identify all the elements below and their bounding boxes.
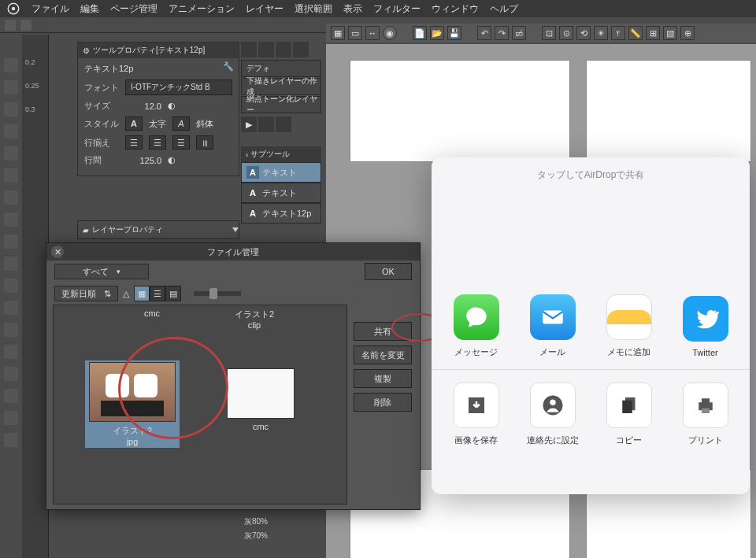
share-app-mail[interactable]: メール xyxy=(521,294,584,358)
open-icon[interactable]: 📂 xyxy=(430,26,444,40)
align-right-icon[interactable]: ☰ xyxy=(172,135,190,150)
zoom-fit-icon[interactable]: ⊡ xyxy=(542,26,556,40)
file-thumb[interactable]: イラスト2 clip xyxy=(227,305,282,330)
menu-filter[interactable]: フィルター xyxy=(373,2,421,16)
chevron-down-icon[interactable] xyxy=(232,227,239,232)
sym-icon[interactable]: ⊕ xyxy=(680,26,695,40)
tool-zoom-icon[interactable] xyxy=(4,102,18,116)
clear-icon[interactable]: ▭̸ xyxy=(512,26,526,40)
action-save-image[interactable]: 画像を保存 xyxy=(445,382,508,446)
menu-layer[interactable]: レイヤー xyxy=(246,2,284,16)
canvas-page[interactable] xyxy=(586,60,751,162)
zoom-slider[interactable] xyxy=(194,291,241,296)
italic-button[interactable]: A xyxy=(172,116,190,131)
delete-button[interactable]: 削除 xyxy=(354,393,412,412)
close-button[interactable]: ✕ xyxy=(51,246,64,258)
strip-btn[interactable] xyxy=(20,20,32,31)
airdrop-section[interactable]: タップしてAirDropで共有 xyxy=(432,157,750,283)
align-dist-icon[interactable]: ⫼ xyxy=(196,135,213,150)
save-icon[interactable]: 💾 xyxy=(447,26,461,40)
grid-icon[interactable]: ▦ xyxy=(331,26,345,40)
subtool-item[interactable]: Aテキスト xyxy=(241,162,321,183)
align-left-icon[interactable]: ☰ xyxy=(125,135,143,150)
tool-frame-icon[interactable] xyxy=(4,389,18,403)
menu-anim[interactable]: アニメーション xyxy=(169,2,235,16)
rec-icon[interactable] xyxy=(276,116,291,132)
sort-dir-icon[interactable]: △ xyxy=(123,289,129,299)
tool-blend-icon[interactable] xyxy=(4,323,18,337)
duplicate-button[interactable]: 複製 xyxy=(354,369,412,388)
menu-select[interactable]: 選択範囲 xyxy=(295,2,332,16)
align-center-icon[interactable]: ☰ xyxy=(149,135,166,150)
tool-eraser-icon[interactable] xyxy=(4,190,18,205)
menu-page[interactable]: ページ管理 xyxy=(110,2,158,16)
strip-btn[interactable] xyxy=(5,20,16,31)
tool-line-icon[interactable] xyxy=(4,367,18,381)
tone-item[interactable]: 灰70% xyxy=(241,529,320,543)
tool-text-icon[interactable] xyxy=(4,257,18,271)
bold-button[interactable]: A xyxy=(125,116,143,131)
action-item[interactable]: 下描きレイヤーの作成 xyxy=(241,78,321,95)
subtool-item[interactable]: Aテキスト12p xyxy=(241,203,321,224)
share-button[interactable]: 共有 xyxy=(354,322,412,341)
tool-ruler-icon[interactable] xyxy=(4,433,18,447)
tool-select-icon[interactable] xyxy=(4,124,18,139)
ruler-icon[interactable]: 📏 xyxy=(628,26,643,40)
play-icon[interactable]: ▶ xyxy=(241,116,257,132)
zoom-reset-icon[interactable]: ⊙ xyxy=(559,26,573,40)
tool-fill-icon[interactable] xyxy=(4,212,18,227)
share-app-twitter[interactable]: Twitter xyxy=(674,296,737,357)
single-icon[interactable]: ▭ xyxy=(348,26,362,40)
menu-view[interactable]: 表示 xyxy=(343,2,362,16)
action-copy[interactable]: コピー xyxy=(598,382,661,446)
subtool-item[interactable]: Aテキスト xyxy=(241,183,321,203)
action-print[interactable]: プリント xyxy=(674,382,737,446)
linegap-value[interactable]: 125.0 xyxy=(125,156,161,165)
share-app-messages[interactable]: メッセージ xyxy=(445,294,508,358)
size-value[interactable]: 12.0 xyxy=(125,102,161,111)
panel-tab-icon[interactable] xyxy=(258,42,274,57)
undo-icon[interactable]: ↶ xyxy=(477,26,491,40)
canvas-page[interactable] xyxy=(350,60,570,162)
tool-shape-icon[interactable] xyxy=(4,279,18,293)
menu-edit[interactable]: 編集 xyxy=(80,2,99,16)
file-thumb[interactable]: cmc xyxy=(124,305,180,318)
action-item[interactable]: 網点トーン化レイヤー xyxy=(241,96,321,113)
rotate-icon[interactable]: ⟲ xyxy=(576,26,591,40)
tone-item[interactable]: 灰80% xyxy=(241,515,320,529)
menu-help[interactable]: ヘルプ xyxy=(490,2,518,16)
new-icon[interactable]: 📄 xyxy=(413,26,427,40)
tool-move-icon[interactable] xyxy=(4,58,18,72)
snap-icon[interactable]: ⫯ xyxy=(611,26,625,40)
action-item[interactable]: デフォ xyxy=(241,60,321,77)
menu-file[interactable]: ファイル xyxy=(32,2,69,16)
flip-icon[interactable]: ↔ xyxy=(365,26,380,40)
rename-button[interactable]: 名前を変更 xyxy=(354,346,412,364)
tool-gradient-icon[interactable] xyxy=(4,235,18,249)
persp-icon[interactable]: ▧ xyxy=(663,26,677,40)
detail-view-icon[interactable]: ▤ xyxy=(165,286,181,301)
action-assign-contact[interactable]: 連絡先に設定 xyxy=(521,382,584,446)
file-thumb-selected[interactable]: イラスト2 jpg xyxy=(85,360,180,448)
panel-tab-icon[interactable] xyxy=(276,42,291,57)
list-view-icon[interactable]: ☰ xyxy=(150,286,165,301)
tool-hand-icon[interactable] xyxy=(4,80,18,94)
sort-dropdown[interactable]: 更新日順⇅ xyxy=(54,286,118,301)
chevron-left-icon[interactable]: ‹ xyxy=(246,150,248,159)
redo-icon[interactable]: ↷ xyxy=(495,26,509,40)
grid2-icon[interactable]: ⊞ xyxy=(646,26,660,40)
wrench-icon[interactable]: 🔧 xyxy=(223,61,234,72)
grid-view-icon[interactable]: ▦ xyxy=(134,286,150,301)
tool-blur-icon[interactable] xyxy=(4,345,18,359)
filter-dropdown[interactable]: すべて xyxy=(54,264,149,279)
font-select[interactable]: I-OTFアンチックStd B xyxy=(125,79,232,95)
tool-balloon-icon[interactable] xyxy=(4,411,18,425)
share-app-notes[interactable]: メモに追加 xyxy=(598,294,661,358)
tool-pen-icon[interactable] xyxy=(4,146,18,161)
proof-icon[interactable]: ☀ xyxy=(594,26,608,40)
file-thumb[interactable]: cmc xyxy=(227,368,295,431)
ok-button[interactable]: OK xyxy=(365,263,412,280)
tool-brush-icon[interactable] xyxy=(4,168,18,183)
spiral-icon[interactable]: ◉ xyxy=(383,26,397,40)
stop-icon[interactable] xyxy=(258,116,274,132)
